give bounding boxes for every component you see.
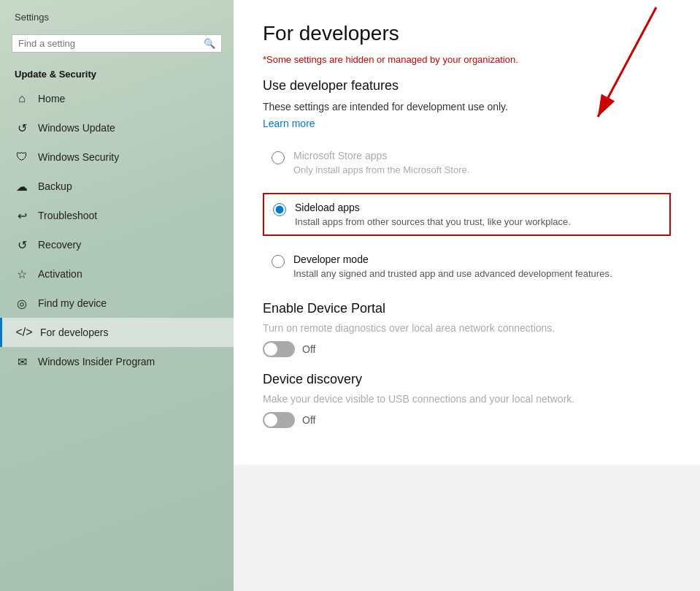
use-developer-features-title: Use developer features (263, 78, 671, 94)
sidebar-item-label: Activation (38, 268, 82, 280)
device-portal-title: Enable Device Portal (263, 301, 671, 316)
window-title: Settings (0, 0, 234, 30)
sidebar-item-for-developers[interactable]: </> For developers (0, 318, 234, 347)
device-portal-desc: Turn on remote diagnostics over local ar… (263, 322, 671, 334)
radio-microsoft-store[interactable] (272, 151, 285, 164)
update-icon: ↺ (15, 121, 29, 135)
radio-developer-mode[interactable] (272, 255, 285, 268)
device-discovery-title: Device discovery (263, 372, 671, 387)
search-box[interactable]: 🔍 (12, 34, 222, 53)
sidebar-item-find-device[interactable]: ◎ Find my device (0, 289, 234, 318)
device-discovery-toggle-knob (264, 413, 277, 427)
search-icon: 🔍 (204, 38, 215, 49)
sidebar-item-label: Find my device (38, 297, 107, 309)
activation-icon: ☆ (15, 267, 29, 281)
radio-developer-mode-label: Developer mode (293, 253, 612, 265)
troubleshoot-icon: ↩ (15, 208, 29, 223)
sidebar-item-windows-insider[interactable]: ✉ Windows Insider Program (0, 347, 234, 376)
recovery-icon: ↺ (15, 237, 29, 252)
sidebar-item-label: Home (38, 93, 65, 104)
sidebar-item-label: Troubleshoot (38, 210, 97, 221)
section-label: Update & Security (0, 63, 234, 84)
radio-microsoft-store-labels: Microsoft Store apps Only install apps f… (293, 150, 469, 175)
sidebar-item-activation[interactable]: ☆ Activation (0, 259, 234, 289)
sidebar-item-label: Windows Security (38, 151, 119, 163)
radio-option-sideload[interactable]: Sideload apps Install apps from other so… (263, 193, 671, 236)
device-discovery-toggle-row: Off (263, 412, 671, 428)
device-portal-toggle-row: Off (263, 341, 671, 357)
device-portal-toggle-label: Off (302, 343, 315, 355)
radio-option-microsoft-store[interactable]: Microsoft Store apps Only install apps f… (263, 142, 671, 183)
security-icon: 🛡 (15, 150, 29, 164)
radio-developer-mode-desc: Install any signed and trusted app and u… (293, 268, 612, 279)
main-content: For developers *Some settings are hidden… (234, 0, 700, 465)
sidebar-item-recovery[interactable]: ↺ Recovery (0, 230, 234, 259)
device-portal-toggle-knob (264, 343, 277, 356)
sidebar-item-label: Recovery (38, 239, 81, 251)
org-warning: *Some settings are hidden or managed by … (263, 54, 671, 65)
radio-microsoft-store-label: Microsoft Store apps (293, 150, 469, 161)
sidebar-item-label: Backup (38, 180, 72, 192)
sidebar-item-label: For developers (40, 327, 108, 338)
device-discovery-toggle-label: Off (302, 414, 315, 426)
backup-icon: ☁ (15, 179, 29, 194)
radio-microsoft-store-desc: Only install apps from the Microsoft Sto… (293, 164, 469, 175)
radio-sideload-labels: Sideload apps Install apps from other so… (295, 202, 571, 227)
radio-sideload-desc: Install apps from other sources that you… (295, 216, 571, 227)
sidebar-item-label: Windows Update (38, 122, 115, 134)
sidebar-item-backup[interactable]: ☁ Backup (0, 172, 234, 201)
device-discovery-toggle[interactable] (263, 412, 295, 428)
radio-option-developer-mode[interactable]: Developer mode Install any signed and tr… (263, 246, 671, 286)
insider-icon: ✉ (15, 354, 29, 369)
sidebar: Settings 🔍 Update & Security ⌂ Home ↺ Wi… (0, 0, 234, 591)
use-developer-description: These settings are intended for developm… (263, 101, 671, 113)
home-icon: ⌂ (15, 91, 29, 106)
learn-more-link[interactable]: Learn more (263, 118, 315, 129)
main-wrapper: For developers *Some settings are hidden… (234, 0, 700, 591)
radio-developer-mode-labels: Developer mode Install any signed and tr… (293, 253, 612, 279)
developers-icon: </> (17, 325, 31, 340)
sidebar-item-label: Windows Insider Program (38, 356, 155, 367)
device-discovery-desc: Make your device visible to USB connecti… (263, 393, 671, 405)
radio-sideload-label: Sideload apps (295, 202, 571, 213)
find-device-icon: ◎ (15, 296, 29, 310)
sidebar-item-windows-security[interactable]: 🛡 Windows Security (0, 142, 234, 172)
page-title: For developers (263, 22, 671, 45)
search-input[interactable] (18, 38, 204, 49)
sidebar-item-troubleshoot[interactable]: ↩ Troubleshoot (0, 201, 234, 230)
radio-sideload[interactable] (273, 203, 286, 216)
device-portal-toggle[interactable] (263, 341, 295, 357)
sidebar-item-home[interactable]: ⌂ Home (0, 84, 234, 113)
sidebar-item-windows-update[interactable]: ↺ Windows Update (0, 113, 234, 142)
